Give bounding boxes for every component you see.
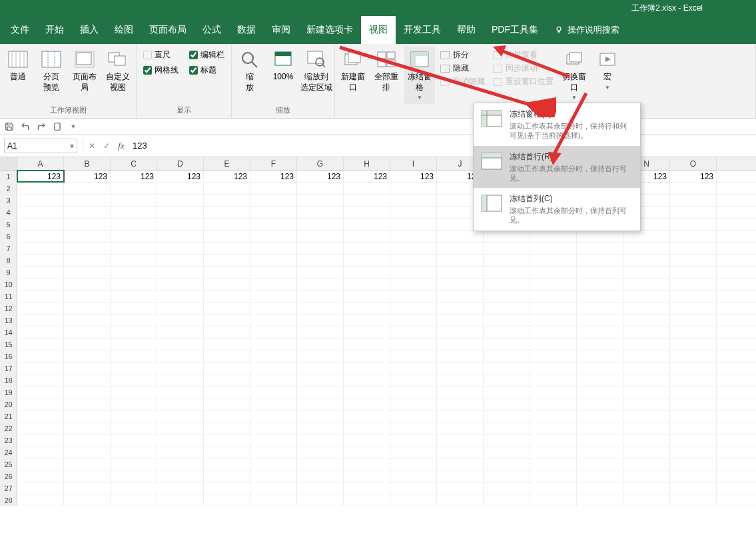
cell[interactable] xyxy=(157,410,204,422)
cell[interactable] xyxy=(64,482,111,494)
cell[interactable] xyxy=(437,458,484,470)
cell[interactable] xyxy=(64,494,111,506)
cell[interactable] xyxy=(623,434,670,446)
cell[interactable] xyxy=(484,410,530,422)
cell[interactable] xyxy=(111,446,157,458)
cell[interactable] xyxy=(623,326,670,338)
row-header[interactable]: 17 xyxy=(0,362,17,374)
tab-help[interactable]: 帮助 xyxy=(449,16,484,44)
cell[interactable] xyxy=(297,267,344,278)
cell[interactable] xyxy=(250,386,297,398)
cell[interactable] xyxy=(157,386,204,398)
tab-developer[interactable]: 开发工具 xyxy=(396,16,449,44)
cell[interactable]: 123 xyxy=(390,171,437,182)
cell[interactable] xyxy=(437,470,484,482)
cell[interactable] xyxy=(204,482,250,494)
cell[interactable] xyxy=(17,255,64,266)
row-header[interactable]: 18 xyxy=(0,374,17,386)
name-box[interactable]: A1 ▾ xyxy=(4,139,77,153)
cell[interactable] xyxy=(157,470,204,482)
cell[interactable] xyxy=(344,207,390,218)
cell[interactable] xyxy=(670,219,717,230)
cell[interactable] xyxy=(111,314,157,326)
ruler-checkbox[interactable]: 直尺 xyxy=(143,49,179,61)
cell[interactable] xyxy=(437,243,484,254)
cell[interactable] xyxy=(670,290,717,302)
tab-view[interactable]: 视图 xyxy=(361,16,396,44)
cell[interactable] xyxy=(670,470,717,482)
cell[interactable] xyxy=(111,386,157,398)
cell[interactable] xyxy=(17,326,64,338)
cell[interactable] xyxy=(437,386,484,398)
cell[interactable] xyxy=(111,350,157,362)
cell[interactable] xyxy=(204,434,250,446)
cell[interactable] xyxy=(157,422,204,434)
cell[interactable] xyxy=(157,195,204,206)
cell[interactable] xyxy=(111,482,157,494)
cell[interactable] xyxy=(204,278,250,290)
cell[interactable] xyxy=(157,398,204,410)
cell[interactable] xyxy=(204,398,250,410)
cell[interactable] xyxy=(17,183,64,194)
row-header[interactable]: 26 xyxy=(0,470,17,482)
cell[interactable] xyxy=(111,494,157,506)
cell[interactable] xyxy=(577,255,623,266)
cell[interactable] xyxy=(157,255,204,266)
cell[interactable] xyxy=(577,374,623,386)
freeze-first-col-item[interactable]: 冻结首列(C) 滚动工作表其余部分时，保持首列可见。 xyxy=(474,188,640,231)
cell[interactable] xyxy=(577,410,623,422)
cell[interactable]: 123 xyxy=(250,171,297,182)
cell[interactable] xyxy=(204,255,250,266)
cell[interactable] xyxy=(204,338,250,350)
cell[interactable] xyxy=(670,434,717,446)
cell[interactable] xyxy=(577,243,623,254)
cell[interactable] xyxy=(390,219,437,230)
cell[interactable] xyxy=(390,290,437,302)
cell[interactable] xyxy=(111,255,157,266)
cell[interactable] xyxy=(437,482,484,494)
cell[interactable] xyxy=(250,255,297,266)
new-window-button[interactable]: 新建窗口 xyxy=(338,47,368,95)
cell[interactable] xyxy=(530,290,577,302)
cell[interactable] xyxy=(530,278,577,290)
headings-checkbox[interactable]: 标题 xyxy=(189,65,224,76)
reset-window-button[interactable]: 重设窗口位置 xyxy=(493,76,554,87)
cell[interactable] xyxy=(670,410,717,422)
cell[interactable] xyxy=(111,267,157,278)
cell[interactable] xyxy=(250,374,297,386)
row-header[interactable]: 8 xyxy=(0,255,17,266)
cell[interactable] xyxy=(344,470,390,482)
cell[interactable] xyxy=(157,267,204,278)
cell[interactable] xyxy=(297,398,344,410)
cell[interactable] xyxy=(157,374,204,386)
cell[interactable] xyxy=(17,482,64,494)
cell[interactable] xyxy=(390,362,437,374)
cell[interactable] xyxy=(204,243,250,254)
cell[interactable] xyxy=(530,314,577,326)
cell[interactable] xyxy=(484,350,530,362)
cell[interactable] xyxy=(111,422,157,434)
row-header[interactable]: 23 xyxy=(0,434,17,446)
switch-windows-button[interactable]: 切换窗口 ▼ xyxy=(559,47,589,104)
cell[interactable] xyxy=(484,458,530,470)
row-header[interactable]: 12 xyxy=(0,302,17,314)
cell[interactable] xyxy=(17,386,64,398)
cell[interactable] xyxy=(204,302,250,314)
cell[interactable] xyxy=(344,386,390,398)
cell[interactable] xyxy=(623,338,670,350)
cell[interactable] xyxy=(111,302,157,314)
row-header[interactable]: 10 xyxy=(0,278,17,290)
cell[interactable] xyxy=(530,446,577,458)
cell[interactable] xyxy=(577,494,623,506)
cell[interactable] xyxy=(250,314,297,326)
cell[interactable] xyxy=(344,350,390,362)
cell[interactable] xyxy=(64,470,111,482)
cell[interactable] xyxy=(670,386,717,398)
cell[interactable] xyxy=(530,350,577,362)
cell[interactable] xyxy=(17,195,64,206)
cell[interactable] xyxy=(17,458,64,470)
cell[interactable] xyxy=(17,338,64,350)
cell[interactable] xyxy=(390,278,437,290)
cell[interactable] xyxy=(484,482,530,494)
cell[interactable] xyxy=(623,374,670,386)
